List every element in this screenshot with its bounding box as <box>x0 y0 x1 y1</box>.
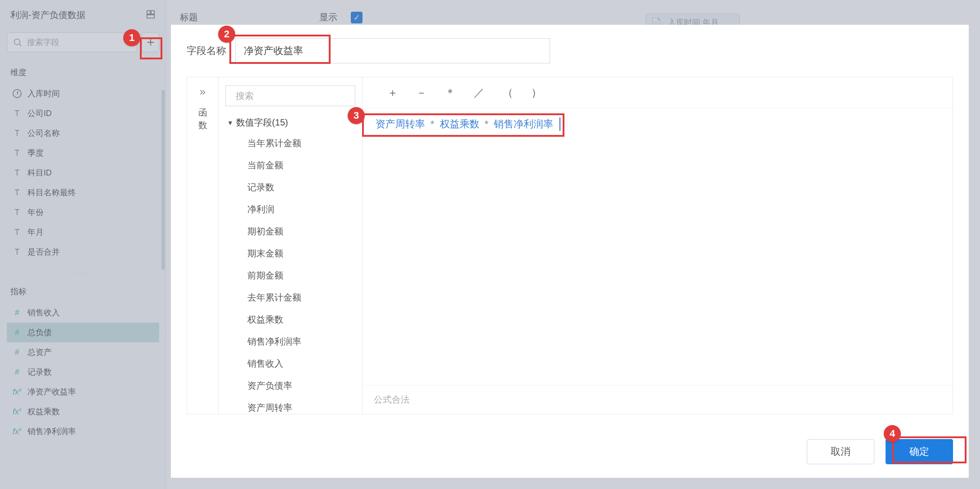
operator-button[interactable]: ／ <box>474 85 484 100</box>
modal-buttons: 取消 确定 <box>807 439 953 464</box>
panel-search-box[interactable] <box>225 85 355 106</box>
operator-button[interactable]: ） <box>531 85 542 100</box>
formula-field-token: 资产周转率 <box>374 117 427 132</box>
tree-item[interactable]: 净利润 <box>246 198 355 220</box>
collapse-icon[interactable]: » <box>200 85 206 98</box>
confirm-button[interactable]: 确定 <box>886 439 953 464</box>
tree-item[interactable]: 当年累计金额 <box>246 132 355 154</box>
cancel-button[interactable]: 取消 <box>807 439 874 464</box>
formula-field-token: 权益乘数 <box>438 117 481 132</box>
tree-item[interactable]: 期初金额 <box>246 220 355 242</box>
annotation-2: 2 <box>218 26 235 43</box>
tree-item[interactable]: 权益乘数 <box>246 309 355 331</box>
tree-item[interactable]: 去年累计金额 <box>246 287 355 309</box>
function-label: 函数 <box>198 106 207 131</box>
modal-overlay: 字段名称 » 函数 ▼ 数值字段(15) 当年累计金额当 <box>0 0 980 489</box>
panel-search-input[interactable] <box>236 91 349 101</box>
caret-down-icon: ▼ <box>227 119 233 126</box>
field-name-input[interactable] <box>235 38 550 63</box>
tree-item[interactable]: 资产周转率 <box>246 397 355 419</box>
function-sidebar: » 函数 <box>187 77 219 414</box>
tree-item[interactable]: 前期金额 <box>246 265 355 287</box>
tree-header-label: 数值字段(15) <box>236 117 288 129</box>
formula-operator: * <box>430 118 434 130</box>
operator-button[interactable]: － <box>416 85 427 100</box>
formula-field-token: 销售净利润率 <box>492 117 555 132</box>
formula-editor[interactable]: 资产周转率*权益乘数*销售净利润率 <box>362 108 953 385</box>
tree-item[interactable]: 期末金额 <box>246 242 355 265</box>
annotation-1: 1 <box>123 29 140 46</box>
field-name-label: 字段名称 <box>187 44 226 58</box>
formula-panel: ＋－＊／（） 资产周转率*权益乘数*销售净利润率 公式合法 <box>362 77 953 414</box>
operator-button[interactable]: ＋ <box>387 85 398 100</box>
editor-area: » 函数 ▼ 数值字段(15) 当年累计金额当前金额记录数净利润期初金额期末金额… <box>187 77 953 414</box>
tree-item[interactable]: 当前金额 <box>246 154 355 176</box>
operator-bar: ＋－＊／（） <box>362 77 953 108</box>
operator-button[interactable]: （ <box>502 85 513 100</box>
tree-item[interactable]: 记录数 <box>246 176 355 198</box>
text-cursor <box>559 117 560 131</box>
calculated-field-modal: 字段名称 » 函数 ▼ 数值字段(15) 当年累计金额当 <box>171 25 969 478</box>
fields-panel: ▼ 数值字段(15) 当年累计金额当前金额记录数净利润期初金额期末金额前期金额去… <box>219 77 362 414</box>
tree-item[interactable]: 资产负债率 <box>246 375 355 397</box>
annotation-3: 3 <box>348 107 365 124</box>
tree-list: 当年累计金额当前金额记录数净利润期初金额期末金额前期金额去年累计金额权益乘数销售… <box>225 132 355 419</box>
operator-button[interactable]: ＊ <box>445 85 456 100</box>
formula-operator: * <box>485 118 489 130</box>
tree-item[interactable]: 销售净利润率 <box>246 331 355 353</box>
formula-tokens: 资产周转率*权益乘数*销售净利润率 <box>374 117 941 132</box>
name-row: 字段名称 <box>171 25 969 72</box>
annotation-4: 4 <box>884 425 901 442</box>
tree-item[interactable]: 销售收入 <box>246 353 355 375</box>
tree-header[interactable]: ▼ 数值字段(15) <box>225 113 355 132</box>
formula-status: 公式合法 <box>362 385 953 414</box>
